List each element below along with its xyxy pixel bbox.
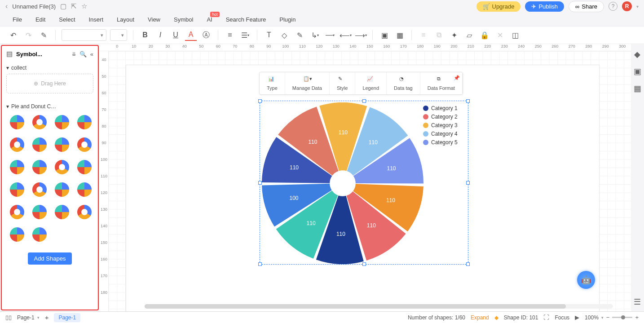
format-painter-button[interactable]: ✎ [38, 29, 49, 41]
shape-thumb[interactable] [52, 135, 72, 155]
menu-layout[interactable]: Layout [117, 16, 134, 23]
fill-panel-icon[interactable]: ◆ [634, 49, 640, 59]
publish-button[interactable]: ✈Publish [525, 1, 564, 12]
assistant-bubble[interactable]: 🤖 [577, 271, 595, 289]
zoom-out-button[interactable]: − [606, 314, 610, 321]
avatar-dropdown-icon[interactable]: ▾ [636, 4, 639, 9]
collapse-icon[interactable]: « [90, 51, 93, 58]
menu-plugin[interactable]: Plugin [279, 16, 296, 23]
menu-view[interactable]: View [148, 16, 160, 23]
handle-tr[interactable] [466, 99, 470, 103]
group-button[interactable]: ⧉ [433, 29, 445, 41]
shape-thumb[interactable] [75, 157, 94, 177]
section-pie[interactable]: ▾Pie and Donut C… [6, 103, 93, 110]
help-icon[interactable]: ? [609, 2, 618, 11]
focus-label[interactable]: Focus [555, 314, 569, 321]
menu-edit[interactable]: Edit [35, 16, 45, 23]
shape-thumb[interactable] [52, 112, 72, 132]
section-collect[interactable]: ▾collect [6, 65, 93, 71]
search-icon[interactable]: 🔍 [79, 51, 87, 58]
shape-thumb[interactable] [30, 112, 49, 132]
data-tag-button[interactable]: ◔Data tag [387, 72, 420, 94]
focus-target-icon[interactable]: ⛶ [543, 314, 549, 321]
menu-file[interactable]: File [13, 16, 22, 23]
style-button[interactable]: ✎Style [330, 72, 355, 94]
arrow-end-button[interactable]: ⟶▾ [355, 29, 366, 41]
page-dropdown[interactable]: Page-1▾ [17, 314, 40, 321]
avatar[interactable]: R [622, 1, 632, 11]
legend-button[interactable]: 📈Legend [355, 72, 387, 94]
shape-thumb[interactable] [30, 202, 49, 222]
handle-mr[interactable] [466, 181, 470, 185]
manage-data-button[interactable]: 📋▾Manage Data [285, 72, 330, 94]
handle-ml[interactable] [258, 181, 262, 185]
pages-icon[interactable]: ▯▯ [5, 314, 12, 321]
expand-link[interactable]: Expand [471, 314, 489, 321]
lock-button[interactable]: 🔒 [479, 29, 490, 41]
tools-button[interactable]: ✕ [494, 29, 506, 41]
pen-button[interactable]: ✎ [294, 29, 305, 41]
scrollbar-horizontal[interactable] [145, 304, 613, 309]
align-button[interactable]: ≡ [418, 29, 429, 41]
crop-button[interactable]: ▱ [463, 29, 475, 41]
upgrade-button[interactable]: 🛒Upgrade [476, 1, 521, 12]
star-icon[interactable]: ☆ [81, 2, 87, 10]
more-panel-icon[interactable]: ☰ [634, 297, 641, 307]
shape-thumb[interactable] [7, 135, 27, 155]
shape-thumb[interactable] [30, 180, 49, 199]
diamond-icon[interactable]: ◆ [494, 314, 498, 321]
menu-search[interactable]: Search Feature [226, 16, 266, 23]
handle-bl[interactable] [258, 262, 262, 266]
line-spacing-button[interactable]: ☰▾ [239, 29, 251, 41]
handle-br[interactable] [466, 262, 470, 266]
shape-thumb[interactable] [30, 225, 49, 244]
canvas[interactable]: 📊Type 📋▾Manage Data ✎Style 📈Legend ◔Data… [109, 51, 631, 311]
handle-tl[interactable] [258, 99, 262, 103]
italic-button[interactable]: I [154, 29, 166, 41]
add-shapes-button[interactable]: Add Shapes [28, 252, 72, 265]
text-color-button[interactable]: A [185, 29, 197, 41]
shape-thumb[interactable] [52, 157, 72, 177]
size-dropdown[interactable]: ▾ [110, 29, 127, 41]
zoom-in-button[interactable]: + [635, 314, 639, 321]
shape-thumb[interactable] [7, 202, 27, 222]
export-icon[interactable]: ⇱ [71, 2, 77, 10]
shape-thumb[interactable] [75, 135, 94, 155]
layers-button[interactable]: ◫ [509, 29, 521, 41]
shape-thumb[interactable] [7, 112, 27, 132]
shape-thumb[interactable] [52, 180, 72, 199]
image-button[interactable]: ▣ [379, 29, 390, 41]
back-button[interactable]: ‹ [5, 2, 8, 10]
menu-symbol[interactable]: Symbol [174, 16, 193, 23]
bold-button[interactable]: B [139, 29, 151, 41]
shape-thumb[interactable] [30, 157, 49, 177]
auto-button[interactable]: ✦ [448, 29, 460, 41]
chart-type-button[interactable]: 📊Type [260, 72, 285, 94]
pie-chart[interactable] [262, 102, 423, 264]
zoom-slider[interactable] [612, 317, 632, 318]
properties-panel-icon[interactable]: ▣ [634, 66, 641, 76]
text-tool-button[interactable]: T [263, 29, 275, 41]
add-page-button[interactable]: + [45, 314, 49, 321]
page-tab-active[interactable]: Page-1 [54, 313, 80, 322]
redo-button[interactable]: ↷ [22, 29, 34, 41]
pin-double-icon[interactable]: ⇊ [72, 51, 76, 57]
table-button[interactable]: ▦ [394, 29, 406, 41]
save-icon[interactable]: ▢ [60, 2, 66, 10]
shape-thumb[interactable] [75, 180, 94, 199]
underline-button[interactable]: U [170, 29, 181, 41]
fill-button[interactable]: ◇ [278, 29, 290, 41]
shape-thumb[interactable] [30, 135, 49, 155]
align-left-button[interactable]: ≡ [224, 29, 236, 41]
shape-thumb[interactable] [7, 157, 27, 177]
menu-insert[interactable]: Insert [89, 16, 104, 23]
grid-panel-icon[interactable]: ▦ [634, 84, 641, 93]
shape-thumb[interactable] [75, 202, 94, 222]
shape-thumb[interactable] [52, 202, 72, 222]
drag-here-zone[interactable]: ⊕Drag Here [6, 74, 93, 93]
font-dropdown[interactable]: ▾ [62, 29, 106, 41]
highlight-button[interactable]: Ⓐ [200, 29, 212, 41]
menu-select[interactable]: Select [59, 16, 75, 23]
play-icon[interactable]: ▶ [575, 314, 579, 321]
menu-ai[interactable]: AIhot [207, 16, 212, 23]
